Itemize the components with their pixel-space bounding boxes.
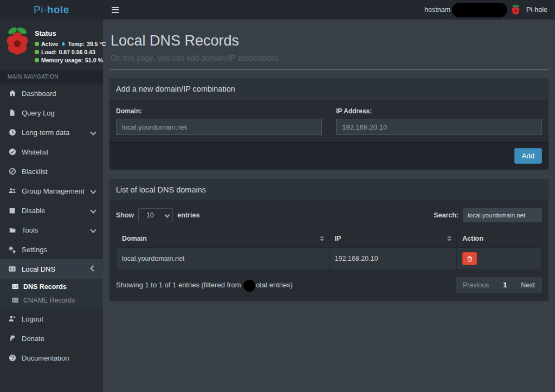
sidebar-item-label: Whitelist bbox=[22, 148, 48, 156]
logo-text-prefix: Pi- bbox=[34, 4, 47, 16]
sidebar-item-label: Documentation bbox=[22, 354, 69, 362]
add-button[interactable]: Add bbox=[514, 148, 542, 164]
dns-list-box-body: Show 10 entries Search: bbox=[109, 201, 548, 300]
sidebar-item-label: Dashboard bbox=[22, 89, 56, 98]
chevron-left-icon bbox=[90, 227, 96, 233]
sidebar-item-label: Local DNS bbox=[22, 265, 55, 273]
sidebar-item-blacklist[interactable]: Blacklist bbox=[0, 162, 103, 181]
domain-label: Domain: bbox=[116, 107, 322, 115]
search-label: Search: bbox=[434, 211, 459, 219]
sidebar-item-donate[interactable]: Donate bbox=[0, 329, 103, 348]
ban-icon bbox=[8, 168, 17, 175]
table-header-row: Domain IP Action bbox=[117, 230, 542, 248]
sidebar-item-whitelist[interactable]: Whitelist bbox=[0, 142, 103, 162]
table-controls: Show 10 entries Search: bbox=[116, 208, 542, 222]
add-domain-box-footer: Add bbox=[109, 142, 548, 169]
add-domain-box: Add a new domain/IP combination Domain: … bbox=[109, 78, 548, 169]
address-card-icon bbox=[11, 283, 19, 290]
sidebar-item-query-log[interactable]: Query Log bbox=[0, 103, 103, 123]
temp-value: 39.5 °C bbox=[87, 41, 106, 47]
page-length-select[interactable]: 10 bbox=[138, 208, 173, 222]
sidebar-item-settings[interactable]: Settings bbox=[0, 240, 103, 259]
count-redaction bbox=[243, 280, 255, 292]
sidebar-item-label: Donate bbox=[22, 335, 44, 343]
temp-label: Temp: bbox=[68, 41, 85, 47]
sidebar-item-label: Query Log bbox=[22, 109, 55, 117]
check-circle-icon bbox=[8, 148, 17, 156]
status-active-temp: Active Temp: 39.5 °C bbox=[35, 41, 106, 47]
column-header-ip[interactable]: IP bbox=[329, 230, 457, 248]
local-dns-submenu: DNS Records CNAME Records bbox=[0, 279, 103, 309]
address-card-icon bbox=[11, 297, 19, 304]
table-info-suffix: otal entries) bbox=[256, 281, 293, 289]
trash-icon bbox=[466, 255, 473, 262]
sidebar-item-long-term-data[interactable]: Long-term data bbox=[0, 123, 103, 142]
sidebar-item-dashboard[interactable]: Dashboard bbox=[0, 83, 103, 103]
sidebar-item-local-dns[interactable]: Local DNS bbox=[0, 259, 103, 279]
header-divider bbox=[109, 69, 548, 69]
sidebar-item-disable[interactable]: Disable bbox=[0, 201, 103, 220]
sidebar-item-tools[interactable]: Tools bbox=[0, 220, 103, 240]
table-row: local.yourdomain.net 192.168.20.10 bbox=[117, 248, 542, 270]
navbar-brand-label[interactable]: Pi-hole bbox=[526, 6, 547, 14]
sidebar-item-documentation[interactable]: Documentation bbox=[0, 348, 103, 368]
home-icon bbox=[8, 89, 17, 97]
sidebar-item-group-management[interactable]: Group Management bbox=[0, 181, 103, 201]
dns-list-box-title: List of local DNS domains bbox=[116, 185, 206, 194]
cell-domain: local.yourdomain.net bbox=[117, 248, 330, 270]
chevron-left-icon bbox=[90, 188, 96, 194]
sidebar-item-label: Tools bbox=[22, 226, 38, 234]
sidebar-toggle-button[interactable] bbox=[103, 7, 127, 13]
load-status-dot-icon bbox=[35, 50, 39, 54]
cell-ip: 192.168.20.10 bbox=[329, 248, 457, 270]
dns-list-box-header: List of local DNS domains bbox=[109, 179, 548, 201]
sidebar-nav: Dashboard Query Log Long-term data White… bbox=[0, 83, 103, 368]
sidebar-subitem-cname-records[interactable]: CNAME Records bbox=[0, 293, 103, 307]
users-icon bbox=[8, 187, 17, 195]
search-input[interactable] bbox=[463, 208, 542, 222]
delete-button[interactable] bbox=[462, 252, 477, 265]
sidebar-item-label: Logout bbox=[22, 315, 43, 323]
sort-icon bbox=[447, 236, 451, 241]
sidebar-item-logout[interactable]: Logout bbox=[0, 309, 103, 329]
sidebar-subitem-label: DNS Records bbox=[23, 283, 67, 291]
status-memory: Memory usage: 51.0 % bbox=[35, 57, 106, 63]
status-title: Status bbox=[35, 29, 106, 37]
memory-value: 51.0 % bbox=[85, 57, 103, 63]
pagination-previous[interactable]: Previous bbox=[456, 277, 496, 293]
page-title: Local DNS Records bbox=[111, 33, 548, 49]
sort-icon bbox=[320, 236, 324, 241]
table-footer: Showing 1 to 1 of 1 entries (filtered fr… bbox=[116, 277, 542, 293]
hostname-redaction bbox=[452, 3, 507, 17]
sidebar-subitem-label: CNAME Records bbox=[23, 297, 75, 304]
table-info: Showing 1 to 1 of 1 entries (filtered fr… bbox=[116, 281, 293, 290]
pagination-page-1[interactable]: 1 bbox=[496, 277, 514, 293]
pagination: Previous 1 Next bbox=[456, 277, 542, 293]
domain-input[interactable] bbox=[116, 119, 322, 135]
question-circle-icon bbox=[8, 354, 17, 362]
load-label: Load: bbox=[41, 49, 57, 55]
pagination-next[interactable]: Next bbox=[514, 277, 542, 293]
sidebar-item-label: Settings bbox=[22, 246, 47, 254]
paypal-icon bbox=[8, 335, 17, 342]
folder-icon bbox=[8, 227, 17, 234]
user-times-icon bbox=[8, 315, 17, 323]
top-navbar: hostnam Pi-hole bbox=[103, 0, 555, 20]
add-domain-box-body: Domain: IP Address: bbox=[109, 100, 548, 142]
sidebar-subitem-dns-records[interactable]: DNS Records bbox=[0, 280, 103, 293]
sidebar-item-label: Long-term data bbox=[22, 128, 69, 137]
sidebar-item-label: Group Management bbox=[22, 187, 85, 195]
column-header-domain[interactable]: Domain bbox=[117, 230, 330, 248]
sidebar-item-label: Disable bbox=[22, 207, 45, 215]
main-content: Local DNS Records On this page, you can … bbox=[103, 20, 555, 392]
app-logo[interactable]: Pi-hole bbox=[0, 0, 103, 20]
load-values: 0.87 0.56 0.43 bbox=[59, 49, 95, 55]
raspberry-logo-icon bbox=[4, 25, 30, 57]
hostname-label: hostnam bbox=[424, 6, 450, 14]
ip-address-input[interactable] bbox=[336, 119, 542, 135]
clock-icon bbox=[8, 128, 17, 136]
search-control: Search: bbox=[434, 208, 542, 222]
add-domain-box-header: Add a new domain/IP combination bbox=[109, 78, 548, 100]
sidebar-section-label: MAIN NAVIGATION bbox=[0, 70, 103, 83]
dns-list-box: List of local DNS domains Show 10 entrie… bbox=[109, 179, 548, 300]
